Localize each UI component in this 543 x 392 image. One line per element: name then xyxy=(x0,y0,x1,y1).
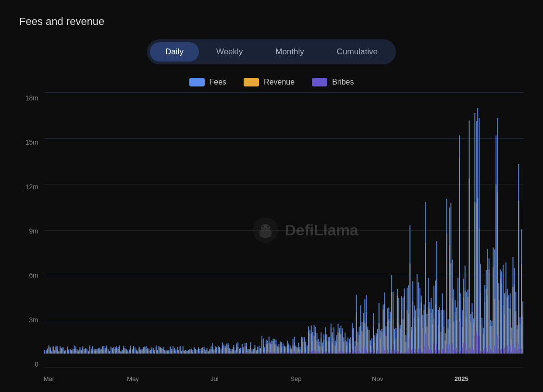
svg-rect-660 xyxy=(408,285,409,354)
svg-rect-652 xyxy=(404,353,405,354)
svg-rect-844 xyxy=(494,345,495,354)
svg-rect-156 xyxy=(139,353,140,354)
svg-rect-146 xyxy=(133,353,134,354)
svg-rect-865 xyxy=(504,348,505,354)
svg-rect-786 xyxy=(468,290,469,354)
svg-rect-165 xyxy=(144,353,145,354)
svg-rect-841 xyxy=(493,353,494,354)
svg-rect-195 xyxy=(161,353,162,354)
svg-rect-365 xyxy=(261,351,262,354)
tab-cumulative[interactable]: Cumulative xyxy=(321,42,393,61)
svg-rect-451 xyxy=(305,353,306,354)
svg-rect-134 xyxy=(126,349,127,354)
svg-rect-254 xyxy=(197,353,197,354)
svg-rect-544 xyxy=(352,323,353,354)
svg-rect-417 xyxy=(288,343,289,354)
svg-rect-172 xyxy=(148,349,149,354)
svg-rect-289 xyxy=(216,353,217,354)
svg-rect-470 xyxy=(315,352,316,354)
svg-rect-324 xyxy=(237,342,238,354)
svg-rect-400 xyxy=(280,342,281,354)
svg-rect-189 xyxy=(159,346,160,354)
svg-rect-472 xyxy=(317,333,318,354)
svg-rect-796 xyxy=(471,347,472,354)
svg-rect-364 xyxy=(261,336,262,354)
svg-rect-226 xyxy=(180,353,181,354)
svg-rect-167 xyxy=(146,346,147,354)
svg-rect-409 xyxy=(284,353,285,354)
svg-rect-897 xyxy=(519,317,520,354)
svg-rect-594 xyxy=(376,333,377,354)
svg-rect-435 xyxy=(298,343,299,354)
svg-rect-545 xyxy=(352,349,353,354)
svg-rect-466 xyxy=(314,325,315,354)
svg-rect-208 xyxy=(170,346,171,354)
svg-rect-124 xyxy=(119,353,120,354)
svg-rect-757 xyxy=(453,350,454,354)
tab-daily[interactable]: Daily xyxy=(150,42,199,61)
svg-rect-615 xyxy=(387,308,388,354)
svg-rect-720 xyxy=(436,241,437,354)
svg-rect-856 xyxy=(500,350,501,354)
svg-rect-81 xyxy=(94,349,95,354)
svg-rect-61 xyxy=(81,350,82,354)
svg-rect-469 xyxy=(315,327,316,354)
svg-rect-408 xyxy=(284,346,285,354)
svg-rect-433 xyxy=(296,347,297,354)
svg-rect-221 xyxy=(177,353,178,354)
svg-rect-611 xyxy=(384,350,385,354)
svg-rect-308 xyxy=(228,343,229,354)
svg-rect-666 xyxy=(411,327,412,354)
svg-rect-793 xyxy=(470,348,471,354)
tab-weekly[interactable]: Weekly xyxy=(201,42,258,61)
svg-rect-225 xyxy=(180,346,181,354)
svg-rect-461 xyxy=(311,351,312,354)
svg-rect-259 xyxy=(199,349,200,354)
svg-rect-458 xyxy=(309,352,310,354)
svg-rect-636 xyxy=(397,289,398,354)
svg-rect-403 xyxy=(281,342,282,354)
svg-rect-164 xyxy=(144,346,145,354)
svg-rect-517 xyxy=(339,328,340,354)
svg-rect-406 xyxy=(283,343,284,354)
svg-rect-263 xyxy=(202,347,203,354)
svg-rect-888 xyxy=(515,292,516,354)
svg-rect-460 xyxy=(311,325,312,354)
svg-rect-508 xyxy=(333,353,334,354)
svg-rect-411 xyxy=(285,346,286,354)
svg-rect-631 xyxy=(394,350,395,354)
svg-rect-523 xyxy=(342,328,343,354)
svg-rect-642 xyxy=(400,325,401,354)
svg-rect-829 xyxy=(487,352,488,354)
svg-rect-799 xyxy=(473,350,474,354)
svg-rect-709 xyxy=(431,350,432,354)
svg-rect-858 xyxy=(501,271,502,354)
svg-rect-9 xyxy=(49,353,49,354)
svg-rect-613 xyxy=(385,326,386,354)
svg-rect-121 xyxy=(118,353,119,354)
svg-rect-3 xyxy=(46,350,47,354)
svg-rect-706 xyxy=(429,349,430,354)
svg-rect-418 xyxy=(288,353,289,354)
svg-rect-98 xyxy=(105,348,106,354)
svg-rect-390 xyxy=(274,353,275,354)
svg-rect-128 xyxy=(122,350,123,354)
svg-rect-738 xyxy=(445,333,446,354)
svg-rect-93 xyxy=(102,346,103,354)
svg-rect-663 xyxy=(409,225,410,354)
svg-rect-486 xyxy=(323,334,324,354)
svg-rect-333 xyxy=(242,353,243,354)
svg-rect-724 xyxy=(438,350,439,354)
tab-monthly[interactable]: Monthly xyxy=(260,42,320,61)
svg-rect-610 xyxy=(384,293,385,354)
svg-rect-71 xyxy=(86,349,87,354)
svg-rect-616 xyxy=(387,350,388,354)
svg-rect-834 xyxy=(490,320,491,354)
svg-rect-732 xyxy=(442,294,443,354)
svg-rect-880 xyxy=(511,352,512,354)
svg-rect-384 xyxy=(272,353,272,354)
svg-rect-148 xyxy=(135,347,136,354)
svg-rect-425 xyxy=(293,339,294,354)
svg-rect-389 xyxy=(274,339,275,354)
svg-rect-502 xyxy=(331,351,332,354)
